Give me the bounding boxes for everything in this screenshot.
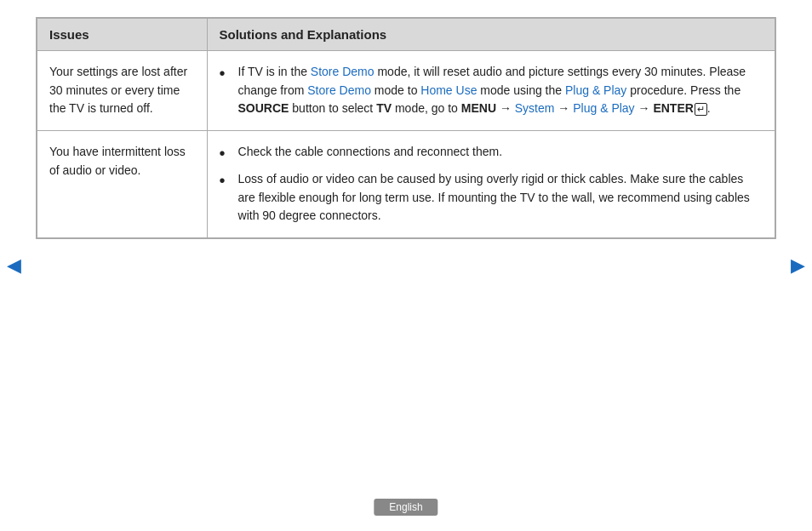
bullet-list-2: • Check the cable connections and reconn… — [220, 143, 763, 226]
solutions-cell-1: • If TV is in the Store Demo mode, it wi… — [207, 51, 775, 131]
source-bold: SOURCE — [238, 101, 289, 115]
system-blue: System — [515, 101, 555, 115]
bullet-list-1: • If TV is in the Store Demo mode, it wi… — [220, 63, 763, 118]
list-item: • If TV is in the Store Demo mode, it wi… — [220, 63, 763, 118]
home-use: Home Use — [420, 83, 477, 97]
tv-bold: TV — [376, 101, 392, 115]
issue-cell-1: Your settings are lost after 30 minutes … — [37, 51, 208, 131]
language-badge: English — [374, 499, 437, 516]
nav-arrow-left[interactable]: ◀ — [7, 254, 21, 277]
list-item: • Loss of audio or video can be caused b… — [220, 170, 763, 226]
solution-text-1: If TV is in the Store Demo mode, it will… — [238, 63, 763, 118]
enter-bold: ENTER — [653, 101, 693, 115]
issues-header: Issues — [37, 19, 208, 51]
nav-arrow-right[interactable]: ▶ — [791, 254, 805, 277]
bullet-icon: • — [220, 63, 232, 83]
bullet-icon: • — [220, 170, 232, 191]
plug-play-2: Plug & Play — [573, 101, 634, 115]
page-container: ◀ ▶ Issues Solutions and Explanations Yo… — [0, 0, 812, 531]
menu-bold: MENU — [461, 101, 496, 115]
issue-text-2: You have intermittent loss of audio or v… — [49, 145, 186, 177]
issue-text-1: Your settings are lost after 30 minutes … — [49, 65, 187, 115]
issue-cell-2: You have intermittent loss of audio or v… — [37, 131, 208, 238]
solution-text-2b: Loss of audio or video can be caused by … — [238, 170, 763, 226]
enter-icon: ↵ — [695, 103, 707, 116]
list-item: • Check the cable connections and reconn… — [220, 143, 763, 163]
table-row: Your settings are lost after 30 minutes … — [37, 51, 775, 131]
store-demo-2: Store Demo — [307, 83, 371, 97]
plug-play-1: Plug & Play — [565, 83, 626, 97]
solutions-header: Solutions and Explanations — [207, 19, 775, 51]
table-row: You have intermittent loss of audio or v… — [37, 131, 775, 238]
solutions-cell-2: • Check the cable connections and reconn… — [207, 131, 775, 238]
bullet-icon: • — [220, 143, 232, 163]
solution-text-2a: Check the cable connections and reconnec… — [238, 143, 503, 162]
store-demo-1: Store Demo — [311, 65, 375, 78]
content-table: Issues Solutions and Explanations Your s… — [36, 17, 776, 239]
